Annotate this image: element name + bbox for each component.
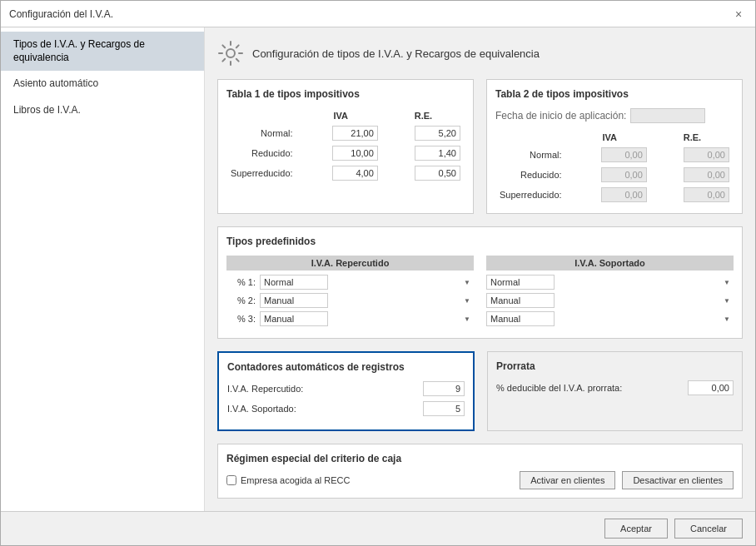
predefined-title: Tipos predefinidos bbox=[226, 236, 734, 247]
pred-label-2: % 2: bbox=[226, 295, 256, 305]
recc-row: Empresa acogida al RECC Activar en clien… bbox=[226, 471, 734, 489]
fecha-label: Fecha de inicio de aplicación: bbox=[495, 110, 626, 122]
tabla1-superreducido-label: Superreducido: bbox=[226, 163, 300, 183]
table-row: Reducido: bbox=[495, 165, 734, 185]
tabla2-title: Tabla 2 de tipos impositivos bbox=[495, 88, 734, 100]
close-button[interactable]: × bbox=[730, 6, 747, 22]
tabla1-reducido-re-cell bbox=[382, 143, 465, 163]
counter-sop-label: I.V.A. Soportado: bbox=[227, 404, 423, 414]
tabla1-reducido-iva-cell bbox=[300, 143, 382, 163]
pred-select-2-sop[interactable]: Normal Reducido Superreducido Manual bbox=[486, 293, 555, 308]
tabla1-col-re: R.E. bbox=[382, 108, 465, 123]
counter-row-rep: I.V.A. Repercutido: bbox=[227, 381, 465, 396]
footer-buttons: Aceptar Cancelar bbox=[1, 511, 755, 545]
recc-left: Empresa acogida al RECC bbox=[226, 475, 350, 485]
main-window: Configuración del I.V.A. × Tipos de I.V.… bbox=[0, 0, 756, 546]
tables-row: Tabla 1 de tipos impositivos IVA R.E. No bbox=[217, 79, 743, 214]
pred-select-1-sop[interactable]: Normal Reducido Superreducido Manual bbox=[486, 275, 555, 290]
tabla1-reducido-re-input[interactable] bbox=[415, 146, 460, 161]
tabla1-panel: Tabla 1 de tipos impositivos IVA R.E. No bbox=[217, 79, 474, 214]
counter-row-sop: I.V.A. Soportado: bbox=[227, 401, 465, 416]
tabla2-col-iva: IVA bbox=[569, 130, 651, 145]
tabla2-col-re: R.E. bbox=[651, 130, 734, 145]
pred-row-3-sop: Normal Reducido Superreducido Manual bbox=[486, 311, 734, 326]
gear-icon bbox=[217, 40, 244, 67]
tabla1-superreducido-re-cell bbox=[382, 163, 465, 183]
recc-checkbox-label: Empresa acogida al RECC bbox=[241, 475, 350, 485]
table-row: Normal: bbox=[495, 145, 734, 165]
table-row: Normal: bbox=[226, 123, 465, 143]
table-row: Reducido: bbox=[226, 143, 465, 163]
sidebar: Tipos de I.V.A. y Recargos de equivalenc… bbox=[1, 27, 205, 511]
pred-select-wrapper-3-sop: Normal Reducido Superreducido Manual bbox=[486, 311, 734, 326]
date-row: Fecha de inicio de aplicación: bbox=[495, 108, 734, 123]
pred-row-1-sop: Normal Reducido Superreducido Manual bbox=[486, 275, 734, 290]
svg-point-0 bbox=[226, 49, 235, 57]
pred-row-2-sop: Normal Reducido Superreducido Manual bbox=[486, 293, 734, 308]
tabla1-normal-iva-cell bbox=[300, 123, 382, 143]
bottom-row: Contadores automáticos de registros I.V.… bbox=[217, 351, 743, 431]
pred-row-1-rep: % 1: Normal Reducido Superreducido Manua… bbox=[226, 275, 474, 290]
counter-rep-input[interactable] bbox=[423, 381, 465, 396]
cancelar-button[interactable]: Cancelar bbox=[674, 519, 743, 539]
main-content: Configuración de tipos de I.V.A. y Recar… bbox=[205, 27, 755, 511]
counter-title: Contadores automáticos de registros bbox=[227, 361, 465, 373]
recc-checkbox[interactable] bbox=[226, 475, 236, 485]
predefined-grid: I.V.A. Repercutido % 1: Normal Reducido … bbox=[226, 256, 734, 330]
tabla2-grid: IVA R.E. Normal: Reducido: bbox=[495, 130, 734, 205]
pred-select-wrapper-2-sop: Normal Reducido Superreducido Manual bbox=[486, 293, 734, 308]
tabla2-normal-iva-input bbox=[601, 147, 647, 162]
pred-select-wrapper-3-rep: Normal Reducido Superreducido Manual bbox=[260, 311, 474, 326]
pred-label-3: % 3: bbox=[226, 314, 256, 324]
repercutido-col: I.V.A. Repercutido % 1: Normal Reducido … bbox=[226, 256, 474, 330]
title-bar: Configuración del I.V.A. × bbox=[1, 1, 755, 27]
tabla1-grid: IVA R.E. Normal: Reducido: bbox=[226, 108, 465, 183]
pred-row-2-rep: % 2: Normal Reducido Superreducido Manua… bbox=[226, 293, 474, 308]
soportado-header: I.V.A. Soportado bbox=[486, 256, 734, 271]
tabla2-superreducido-iva-input bbox=[601, 187, 647, 202]
tabla2-reducido-iva-input bbox=[601, 167, 647, 182]
sidebar-item-libros-iva[interactable]: Libros de I.V.A. bbox=[1, 97, 204, 124]
pred-row-3-rep: % 3: Normal Reducido Superreducido Manua… bbox=[226, 311, 474, 326]
aceptar-button[interactable]: Aceptar bbox=[604, 519, 668, 539]
pred-select-3-rep[interactable]: Normal Reducido Superreducido Manual bbox=[260, 311, 328, 326]
prorrata-title: Prorrata bbox=[496, 360, 734, 372]
main-title: Configuración de tipos de I.V.A. y Recar… bbox=[252, 47, 540, 60]
counter-box: Contadores automáticos de registros I.V.… bbox=[217, 351, 475, 431]
pred-select-2-rep[interactable]: Normal Reducido Superreducido Manual bbox=[260, 293, 328, 308]
tabla1-superreducido-iva-input[interactable] bbox=[332, 166, 378, 181]
tabla2-normal-re-input bbox=[684, 147, 729, 162]
recc-title: Régimen especial del criterio de caja bbox=[226, 453, 734, 464]
tabla1-normal-re-input[interactable] bbox=[415, 126, 460, 141]
pred-select-1-rep[interactable]: Normal Reducido Superreducido Manual bbox=[260, 275, 328, 290]
soportado-col: I.V.A. Soportado Normal Reducido Superre… bbox=[486, 256, 734, 330]
fecha-input[interactable] bbox=[630, 108, 705, 123]
tabla2-superreducido-re-input bbox=[684, 187, 729, 202]
sidebar-item-asiento-auto[interactable]: Asiento automático bbox=[1, 71, 204, 97]
sidebar-item-tipos-iva[interactable]: Tipos de I.V.A. y Recargos de equivalenc… bbox=[1, 32, 204, 71]
main-header: Configuración de tipos de I.V.A. y Recar… bbox=[217, 40, 743, 67]
prorrata-label: % deducible del I.V.A. prorrata: bbox=[496, 383, 681, 393]
activar-clientes-button[interactable]: Activar en clientes bbox=[520, 471, 615, 489]
predefined-section: Tipos predefinidos I.V.A. Repercutido % … bbox=[217, 226, 743, 339]
tabla1-col-iva: IVA bbox=[300, 108, 382, 123]
desactivar-clientes-button[interactable]: Desactivar en clientes bbox=[622, 471, 734, 489]
pred-select-3-sop[interactable]: Normal Reducido Superreducido Manual bbox=[486, 311, 555, 326]
recc-section: Régimen especial del criterio de caja Em… bbox=[217, 444, 743, 499]
tabla2-superreducido-label: Superreducido: bbox=[495, 185, 569, 205]
prorrata-input[interactable] bbox=[688, 380, 734, 395]
pred-select-wrapper-1-sop: Normal Reducido Superreducido Manual bbox=[486, 275, 734, 290]
pred-label-1: % 1: bbox=[226, 277, 256, 287]
tabla2-panel: Tabla 2 de tipos impositivos Fecha de in… bbox=[486, 79, 743, 214]
prorrata-row: % deducible del I.V.A. prorrata: bbox=[496, 380, 734, 395]
counter-sop-input[interactable] bbox=[423, 401, 465, 416]
tabla1-reducido-iva-input[interactable] bbox=[332, 146, 378, 161]
tabla1-normal-iva-input[interactable] bbox=[332, 126, 378, 141]
pred-select-wrapper-2-rep: Normal Reducido Superreducido Manual bbox=[260, 293, 474, 308]
tabla1-normal-label: Normal: bbox=[226, 123, 300, 143]
tabla2-reducido-label: Reducido: bbox=[495, 165, 569, 185]
tabla1-superreducido-re-input[interactable] bbox=[415, 166, 460, 181]
prorrata-box: Prorrata % deducible del I.V.A. prorrata… bbox=[487, 351, 743, 431]
tabla2-reducido-re-input bbox=[684, 167, 729, 182]
tabla1-title: Tabla 1 de tipos impositivos bbox=[226, 88, 465, 100]
